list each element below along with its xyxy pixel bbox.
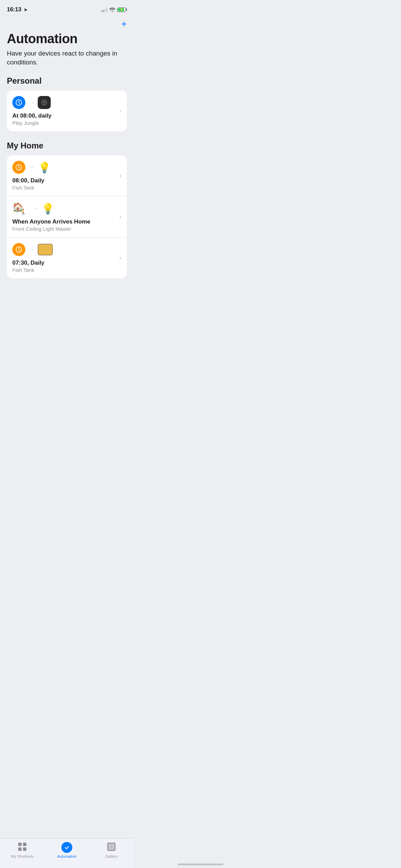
chevron-right-icon: › [119, 213, 121, 220]
arrow-icon: → [32, 205, 38, 212]
page-title: Automation [0, 30, 134, 49]
chevron-right-icon: › [119, 254, 121, 262]
signal-icon [101, 7, 107, 12]
automation-subtitle: Fish Tank [12, 185, 117, 191]
automation-title: 07:30, Daily [12, 260, 117, 266]
automation-icons: 🏠 🚶 → 💡 [12, 202, 117, 215]
status-indicators: ⚡ [101, 7, 127, 12]
add-automation-button[interactable]: + [121, 19, 127, 29]
action-bulb-icon: 💡 [38, 161, 51, 174]
arrow-icon: → [29, 164, 34, 170]
automation-title: At 08:00, daily [12, 112, 117, 119]
svg-point-4 [44, 102, 45, 103]
automation-icons: → 💡 [12, 161, 117, 174]
automation-title: 08:00, Daily [12, 177, 117, 184]
automation-row[interactable]: → 07:30, Daily Fish Tank › [7, 237, 127, 278]
arrow-icon: → [29, 246, 34, 253]
status-time-area: 16:13 ➤ [7, 6, 28, 13]
section-title-personal: Personal [0, 76, 134, 91]
page-subtitle: Have your devices react to changes in co… [0, 49, 134, 76]
automation-title: When Anyone Arrives Home [12, 218, 117, 225]
automation-content: → At 08:00, daily Play Jungle [12, 96, 117, 126]
automation-subtitle: Front Ceiling Light Master [12, 226, 117, 232]
status-bar: 16:13 ➤ ⚡ [0, 0, 134, 16]
battery-icon: ⚡ [117, 8, 127, 12]
trigger-time-orange2-icon [12, 243, 25, 256]
my-home-card: → 💡 08:00, Daily Fish Tank › 🏠 🚶 → 💡 [7, 155, 127, 278]
trigger-time-orange-icon [12, 161, 25, 174]
action-screen-icon [38, 244, 53, 255]
section-title-my-home: My Home [0, 141, 134, 155]
automation-content: → 💡 08:00, Daily Fish Tank [12, 161, 117, 191]
automation-row[interactable]: 🏠 🚶 → 💡 When Anyone Arrives Home Front C… [7, 196, 127, 237]
location-arrow-icon: ➤ [24, 7, 28, 12]
action-speaker-icon [38, 96, 51, 109]
automation-icons: → [12, 243, 117, 256]
automation-row[interactable]: → 💡 08:00, Daily Fish Tank › [7, 155, 127, 196]
action-bulb2-icon: 💡 [41, 202, 54, 215]
status-time: 16:13 [7, 6, 21, 13]
personal-card: → At 08:00, daily Play Jungle › [7, 91, 127, 131]
trigger-arrive-icon: 🏠 🚶 [12, 202, 27, 215]
arrow-icon: → [29, 99, 34, 106]
wifi-icon [109, 8, 115, 12]
chevron-right-icon: › [119, 107, 121, 114]
automation-content: → 07:30, Daily Fish Tank [12, 243, 117, 273]
automation-row[interactable]: → At 08:00, daily Play Jungle › [7, 91, 127, 131]
chevron-right-icon: › [119, 172, 121, 179]
add-button-row: + [0, 16, 134, 30]
automation-icons: → [12, 96, 117, 109]
trigger-time-icon [12, 96, 25, 109]
automation-subtitle: Play Jungle [12, 120, 117, 126]
automation-subtitle: Fish Tank [12, 267, 117, 273]
automation-content: 🏠 🚶 → 💡 When Anyone Arrives Home Front C… [12, 202, 117, 232]
